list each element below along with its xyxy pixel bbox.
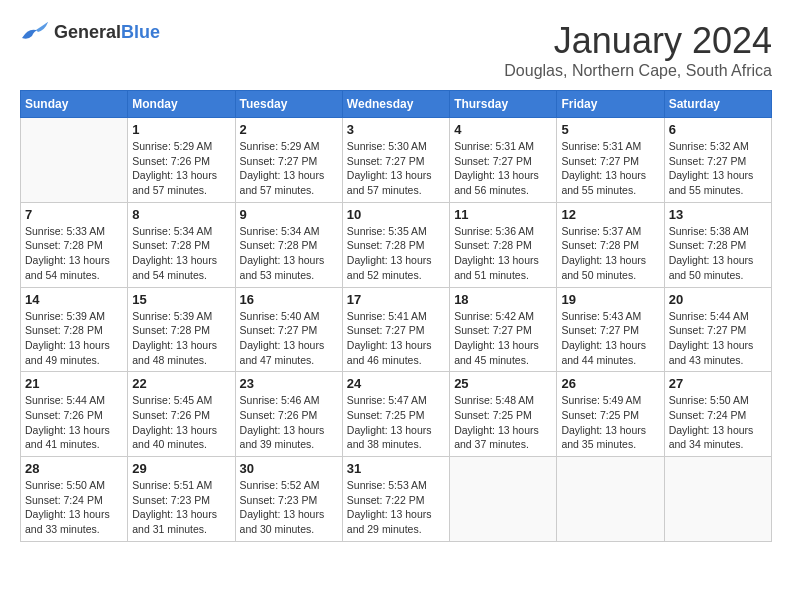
logo-icon [20,20,50,44]
day-info: Sunrise: 5:49 AM Sunset: 7:25 PM Dayligh… [561,393,659,452]
day-info: Sunrise: 5:48 AM Sunset: 7:25 PM Dayligh… [454,393,552,452]
day-info: Sunrise: 5:39 AM Sunset: 7:28 PM Dayligh… [25,309,123,368]
calendar-cell: 17Sunrise: 5:41 AM Sunset: 7:27 PM Dayli… [342,287,449,372]
day-info: Sunrise: 5:31 AM Sunset: 7:27 PM Dayligh… [561,139,659,198]
day-info: Sunrise: 5:33 AM Sunset: 7:28 PM Dayligh… [25,224,123,283]
day-info: Sunrise: 5:35 AM Sunset: 7:28 PM Dayligh… [347,224,445,283]
day-number: 22 [132,376,230,391]
logo-general: General [54,22,121,42]
day-number: 11 [454,207,552,222]
calendar-cell: 1Sunrise: 5:29 AM Sunset: 7:26 PM Daylig… [128,118,235,203]
calendar-cell: 29Sunrise: 5:51 AM Sunset: 7:23 PM Dayli… [128,457,235,542]
day-info: Sunrise: 5:32 AM Sunset: 7:27 PM Dayligh… [669,139,767,198]
calendar-cell [21,118,128,203]
day-number: 16 [240,292,338,307]
calendar-week-row: 21Sunrise: 5:44 AM Sunset: 7:26 PM Dayli… [21,372,772,457]
day-info: Sunrise: 5:40 AM Sunset: 7:27 PM Dayligh… [240,309,338,368]
calendar-cell: 13Sunrise: 5:38 AM Sunset: 7:28 PM Dayli… [664,202,771,287]
calendar-header-tuesday: Tuesday [235,91,342,118]
day-info: Sunrise: 5:29 AM Sunset: 7:26 PM Dayligh… [132,139,230,198]
calendar-cell: 28Sunrise: 5:50 AM Sunset: 7:24 PM Dayli… [21,457,128,542]
day-info: Sunrise: 5:50 AM Sunset: 7:24 PM Dayligh… [669,393,767,452]
calendar-cell: 11Sunrise: 5:36 AM Sunset: 7:28 PM Dayli… [450,202,557,287]
calendar-header-wednesday: Wednesday [342,91,449,118]
day-info: Sunrise: 5:45 AM Sunset: 7:26 PM Dayligh… [132,393,230,452]
day-info: Sunrise: 5:34 AM Sunset: 7:28 PM Dayligh… [132,224,230,283]
calendar-cell: 14Sunrise: 5:39 AM Sunset: 7:28 PM Dayli… [21,287,128,372]
day-number: 28 [25,461,123,476]
day-info: Sunrise: 5:42 AM Sunset: 7:27 PM Dayligh… [454,309,552,368]
calendar-cell: 19Sunrise: 5:43 AM Sunset: 7:27 PM Dayli… [557,287,664,372]
day-number: 29 [132,461,230,476]
day-info: Sunrise: 5:44 AM Sunset: 7:26 PM Dayligh… [25,393,123,452]
day-number: 6 [669,122,767,137]
day-number: 17 [347,292,445,307]
calendar-cell: 21Sunrise: 5:44 AM Sunset: 7:26 PM Dayli… [21,372,128,457]
calendar-cell: 9Sunrise: 5:34 AM Sunset: 7:28 PM Daylig… [235,202,342,287]
calendar-cell: 16Sunrise: 5:40 AM Sunset: 7:27 PM Dayli… [235,287,342,372]
calendar-cell: 4Sunrise: 5:31 AM Sunset: 7:27 PM Daylig… [450,118,557,203]
calendar-week-row: 1Sunrise: 5:29 AM Sunset: 7:26 PM Daylig… [21,118,772,203]
calendar-week-row: 14Sunrise: 5:39 AM Sunset: 7:28 PM Dayli… [21,287,772,372]
day-info: Sunrise: 5:39 AM Sunset: 7:28 PM Dayligh… [132,309,230,368]
location-title: Douglas, Northern Cape, South Africa [504,62,772,80]
calendar-cell: 15Sunrise: 5:39 AM Sunset: 7:28 PM Dayli… [128,287,235,372]
calendar-cell: 27Sunrise: 5:50 AM Sunset: 7:24 PM Dayli… [664,372,771,457]
calendar-cell: 2Sunrise: 5:29 AM Sunset: 7:27 PM Daylig… [235,118,342,203]
calendar-cell [450,457,557,542]
day-number: 15 [132,292,230,307]
title-section: January 2024 Douglas, Northern Cape, Sou… [504,20,772,80]
day-number: 24 [347,376,445,391]
calendar-cell: 8Sunrise: 5:34 AM Sunset: 7:28 PM Daylig… [128,202,235,287]
calendar-cell [664,457,771,542]
day-number: 26 [561,376,659,391]
day-number: 13 [669,207,767,222]
calendar-table: SundayMondayTuesdayWednesdayThursdayFrid… [20,90,772,542]
day-info: Sunrise: 5:52 AM Sunset: 7:23 PM Dayligh… [240,478,338,537]
calendar-cell: 3Sunrise: 5:30 AM Sunset: 7:27 PM Daylig… [342,118,449,203]
calendar-cell: 31Sunrise: 5:53 AM Sunset: 7:22 PM Dayli… [342,457,449,542]
logo: GeneralBlue [20,20,160,44]
day-info: Sunrise: 5:37 AM Sunset: 7:28 PM Dayligh… [561,224,659,283]
day-number: 23 [240,376,338,391]
calendar-cell: 10Sunrise: 5:35 AM Sunset: 7:28 PM Dayli… [342,202,449,287]
calendar-cell: 23Sunrise: 5:46 AM Sunset: 7:26 PM Dayli… [235,372,342,457]
calendar-cell: 5Sunrise: 5:31 AM Sunset: 7:27 PM Daylig… [557,118,664,203]
day-number: 7 [25,207,123,222]
day-number: 9 [240,207,338,222]
calendar-cell: 24Sunrise: 5:47 AM Sunset: 7:25 PM Dayli… [342,372,449,457]
day-number: 31 [347,461,445,476]
calendar-cell: 26Sunrise: 5:49 AM Sunset: 7:25 PM Dayli… [557,372,664,457]
calendar-header-monday: Monday [128,91,235,118]
day-number: 14 [25,292,123,307]
day-number: 2 [240,122,338,137]
day-info: Sunrise: 5:41 AM Sunset: 7:27 PM Dayligh… [347,309,445,368]
day-number: 27 [669,376,767,391]
calendar-week-row: 7Sunrise: 5:33 AM Sunset: 7:28 PM Daylig… [21,202,772,287]
day-info: Sunrise: 5:51 AM Sunset: 7:23 PM Dayligh… [132,478,230,537]
calendar-cell: 6Sunrise: 5:32 AM Sunset: 7:27 PM Daylig… [664,118,771,203]
day-info: Sunrise: 5:44 AM Sunset: 7:27 PM Dayligh… [669,309,767,368]
day-info: Sunrise: 5:34 AM Sunset: 7:28 PM Dayligh… [240,224,338,283]
logo-blue: Blue [121,22,160,42]
calendar-cell: 7Sunrise: 5:33 AM Sunset: 7:28 PM Daylig… [21,202,128,287]
calendar-header-saturday: Saturday [664,91,771,118]
day-info: Sunrise: 5:50 AM Sunset: 7:24 PM Dayligh… [25,478,123,537]
day-number: 5 [561,122,659,137]
day-number: 3 [347,122,445,137]
calendar-header-sunday: Sunday [21,91,128,118]
calendar-cell: 12Sunrise: 5:37 AM Sunset: 7:28 PM Dayli… [557,202,664,287]
day-info: Sunrise: 5:29 AM Sunset: 7:27 PM Dayligh… [240,139,338,198]
day-number: 20 [669,292,767,307]
calendar-header-friday: Friday [557,91,664,118]
calendar-cell: 22Sunrise: 5:45 AM Sunset: 7:26 PM Dayli… [128,372,235,457]
day-info: Sunrise: 5:47 AM Sunset: 7:25 PM Dayligh… [347,393,445,452]
day-info: Sunrise: 5:43 AM Sunset: 7:27 PM Dayligh… [561,309,659,368]
day-info: Sunrise: 5:36 AM Sunset: 7:28 PM Dayligh… [454,224,552,283]
day-info: Sunrise: 5:38 AM Sunset: 7:28 PM Dayligh… [669,224,767,283]
calendar-cell: 20Sunrise: 5:44 AM Sunset: 7:27 PM Dayli… [664,287,771,372]
day-info: Sunrise: 5:30 AM Sunset: 7:27 PM Dayligh… [347,139,445,198]
day-info: Sunrise: 5:31 AM Sunset: 7:27 PM Dayligh… [454,139,552,198]
page-header: GeneralBlue January 2024 Douglas, Northe… [20,20,772,80]
day-number: 12 [561,207,659,222]
